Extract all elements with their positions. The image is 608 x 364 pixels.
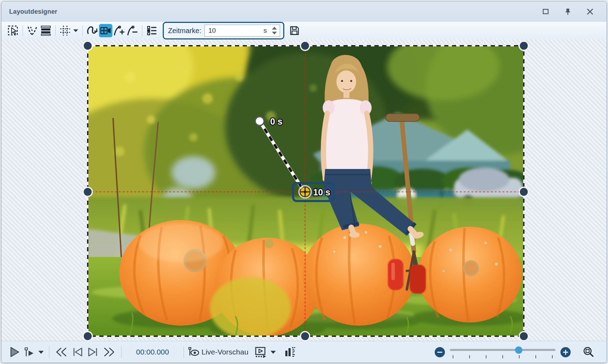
stepper-down-icon[interactable] bbox=[272, 32, 277, 34]
next-icon bbox=[87, 346, 99, 358]
toolbar-separator bbox=[142, 25, 142, 36]
transport-separator bbox=[121, 346, 122, 358]
timestamp-label: Zeitmarke: bbox=[168, 27, 201, 35]
motion-curve-button[interactable] bbox=[86, 24, 99, 37]
handle-top-center[interactable] bbox=[300, 41, 310, 50]
add-keyframe-button[interactable] bbox=[112, 24, 126, 37]
grid-options-dropdown[interactable] bbox=[72, 24, 80, 37]
timestamp-unit: s bbox=[263, 27, 267, 34]
keyframe-plus-icon bbox=[113, 25, 125, 36]
camera-pan-button-active[interactable] bbox=[99, 24, 112, 37]
handle-top-left[interactable] bbox=[83, 41, 92, 50]
close-button[interactable] bbox=[584, 6, 595, 17]
caret-down-icon bbox=[270, 350, 276, 354]
path-node-start[interactable] bbox=[255, 117, 264, 126]
forward-icon bbox=[102, 346, 116, 358]
time-display: 00:00.000 bbox=[130, 348, 175, 356]
photo-object[interactable]: 0 s 10 s bbox=[42, 14, 574, 341]
maximize-button[interactable] bbox=[540, 6, 550, 17]
play-button[interactable] bbox=[7, 345, 22, 359]
caret-down-icon bbox=[38, 350, 44, 354]
layers-icon bbox=[40, 25, 51, 36]
handle-bottom-center[interactable] bbox=[300, 332, 310, 341]
timestamp-panel: Zeitmarke: s bbox=[163, 22, 284, 39]
handle-top-right[interactable] bbox=[519, 41, 528, 50]
path-select-tool-button[interactable] bbox=[26, 24, 39, 37]
layout-canvas[interactable]: 0 s 10 s bbox=[1, 39, 607, 341]
skip-to-end-button[interactable] bbox=[101, 345, 118, 359]
align-layers-button[interactable] bbox=[39, 24, 52, 37]
keyframe-minus-icon bbox=[126, 25, 138, 36]
grid-icon bbox=[60, 25, 71, 36]
rewind-icon bbox=[54, 346, 68, 358]
toolbar-separator bbox=[82, 25, 83, 36]
stepper-up-icon[interactable] bbox=[272, 27, 277, 30]
canvas-svg: 0 s 10 s bbox=[1, 39, 607, 341]
magnifier-fit-icon bbox=[583, 346, 595, 358]
play-icon bbox=[8, 346, 20, 358]
zoom-in-button[interactable] bbox=[560, 347, 571, 357]
dashed-check-icon bbox=[26, 25, 38, 36]
toolbar-separator bbox=[55, 25, 56, 36]
preview-options-dropdown[interactable] bbox=[269, 345, 278, 359]
keyframe-list-button[interactable] bbox=[145, 24, 159, 37]
camera-move-icon bbox=[100, 25, 112, 36]
levels-icon bbox=[284, 346, 296, 358]
transport-separator bbox=[49, 346, 49, 358]
list-icon bbox=[146, 25, 157, 36]
step-back-button[interactable] bbox=[70, 345, 85, 359]
step-forward-button[interactable] bbox=[85, 345, 101, 359]
preview-quality-button[interactable] bbox=[283, 345, 297, 359]
live-preview-label: Live-Vorschau bbox=[201, 348, 248, 356]
handle-mid-right[interactable] bbox=[519, 187, 528, 196]
close-icon bbox=[586, 8, 594, 15]
zoom-slider-track[interactable] bbox=[450, 349, 556, 351]
play-options-dropdown[interactable] bbox=[37, 345, 45, 359]
path-start-label: 0 s bbox=[270, 117, 283, 126]
toolbar: Zeitmarke: s bbox=[1, 22, 607, 39]
skip-to-start-button[interactable] bbox=[53, 345, 70, 359]
select-tool-button[interactable] bbox=[6, 24, 20, 37]
preview-window-icon bbox=[254, 345, 267, 359]
live-preview-icon bbox=[187, 346, 199, 358]
transport-bar: 00:00.000 Live-Vorschau bbox=[1, 341, 607, 363]
handle-mid-left[interactable] bbox=[83, 187, 92, 196]
maximize-icon bbox=[542, 8, 550, 15]
zoom-controls bbox=[435, 345, 596, 359]
s-curve-icon bbox=[86, 25, 98, 36]
pin-play-icon bbox=[23, 346, 35, 358]
zoom-out-button[interactable] bbox=[435, 347, 445, 357]
zoom-fit-button[interactable] bbox=[581, 345, 596, 359]
zoom-slider-ticks bbox=[453, 355, 553, 358]
handle-bottom-left[interactable] bbox=[83, 332, 92, 341]
zoom-slider-thumb[interactable] bbox=[515, 346, 522, 354]
timestamp-input[interactable] bbox=[207, 26, 262, 35]
grid-button[interactable] bbox=[58, 24, 72, 37]
transport-separator bbox=[184, 346, 184, 358]
play-from-marker-button[interactable] bbox=[22, 345, 37, 359]
zoom-slider[interactable] bbox=[450, 346, 556, 358]
pin-icon bbox=[564, 8, 572, 15]
window-title: Layoutdesigner bbox=[9, 8, 57, 15]
toolbar-separator bbox=[23, 25, 23, 36]
timestamp-field: s bbox=[204, 25, 280, 37]
caret-down-icon bbox=[73, 29, 79, 32]
selection-rect-icon bbox=[7, 25, 19, 36]
save-icon bbox=[289, 25, 300, 36]
remove-keyframe-button[interactable] bbox=[126, 24, 139, 37]
timestamp-stepper[interactable] bbox=[271, 26, 278, 35]
path-end-label: 10 s bbox=[313, 187, 330, 197]
save-keyframes-button[interactable] bbox=[288, 24, 301, 37]
preview-window-button[interactable] bbox=[253, 345, 269, 359]
layoutdesigner-window: Layoutdesigner bbox=[1, 1, 607, 363]
eye-pin-icon bbox=[187, 346, 199, 358]
pin-button[interactable] bbox=[562, 6, 572, 17]
handle-bottom-right[interactable] bbox=[519, 332, 528, 341]
prev-icon bbox=[71, 346, 84, 358]
titlebar[interactable]: Layoutdesigner bbox=[1, 1, 607, 22]
